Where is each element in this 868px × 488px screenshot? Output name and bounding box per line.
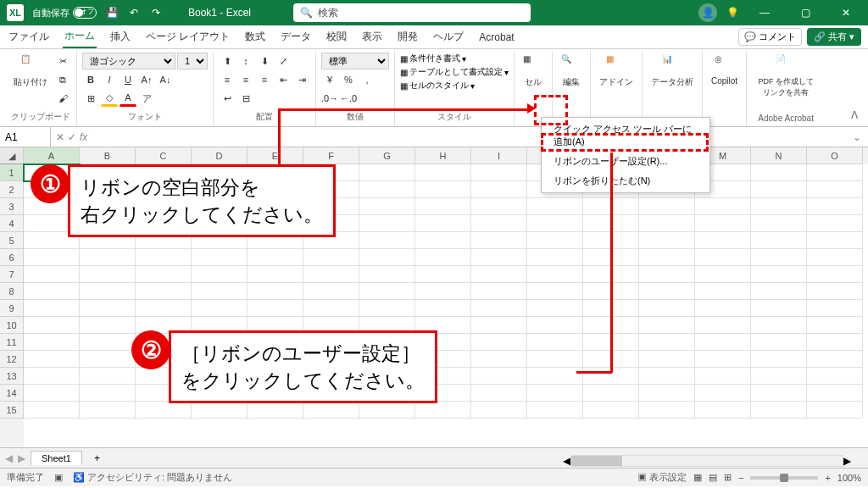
tab-view[interactable]: 表示 — [360, 26, 384, 47]
font-color-icon[interactable]: A — [120, 90, 136, 107]
cell[interactable] — [807, 232, 863, 249]
macro-record-icon[interactable]: ▣ — [54, 472, 63, 483]
cell[interactable] — [807, 351, 863, 368]
cell[interactable] — [695, 334, 751, 351]
row-header[interactable]: 10 — [0, 317, 24, 334]
cell[interactable] — [695, 198, 751, 215]
cell[interactable] — [695, 402, 751, 419]
cell[interactable] — [136, 300, 192, 317]
lightbulb-icon[interactable]: 💡 — [726, 6, 739, 19]
cell[interactable] — [639, 300, 695, 317]
display-settings-button[interactable]: ▣ 表示設定 — [637, 471, 687, 484]
cell[interactable] — [415, 266, 471, 283]
cell[interactable] — [751, 300, 807, 317]
cell[interactable] — [527, 368, 583, 385]
cell[interactable] — [695, 385, 751, 402]
cell[interactable] — [248, 300, 303, 317]
cell[interactable] — [527, 266, 583, 283]
cell[interactable] — [471, 215, 527, 232]
cell[interactable] — [359, 283, 415, 300]
tab-developer[interactable]: 開発 — [396, 26, 420, 47]
row-header[interactable]: 7 — [0, 266, 24, 283]
cell[interactable] — [136, 249, 192, 266]
horizontal-scrollbar[interactable]: ◀ ▶ — [563, 454, 851, 468]
cell[interactable] — [303, 300, 359, 317]
cell[interactable] — [471, 385, 527, 402]
cell[interactable] — [471, 368, 527, 385]
normal-view-icon[interactable]: ▦ — [693, 472, 702, 483]
wrap-text-icon[interactable]: ↩ — [219, 90, 236, 107]
font-increase-icon[interactable]: A↑ — [138, 71, 155, 88]
cell[interactable] — [695, 215, 751, 232]
cell[interactable] — [471, 351, 527, 368]
cell[interactable] — [24, 249, 80, 266]
cell[interactable] — [583, 402, 639, 419]
cell[interactable] — [751, 334, 807, 351]
cell[interactable] — [303, 249, 359, 266]
cell[interactable] — [24, 283, 80, 300]
cell[interactable] — [80, 283, 136, 300]
cell[interactable] — [527, 402, 583, 419]
cell[interactable] — [639, 232, 695, 249]
cell[interactable] — [471, 164, 527, 181]
cell[interactable] — [136, 266, 192, 283]
cell[interactable] — [751, 385, 807, 402]
cell[interactable] — [807, 249, 863, 266]
cell[interactable] — [24, 266, 80, 283]
tab-review[interactable]: 校閲 — [325, 26, 348, 47]
cell[interactable] — [24, 300, 80, 317]
cell[interactable] — [527, 283, 583, 300]
close-button[interactable]: ✕ — [831, 0, 861, 25]
comma-icon[interactable]: , — [359, 71, 376, 88]
cell[interactable] — [751, 181, 807, 198]
redo-icon[interactable]: ↷ — [149, 6, 163, 19]
cell[interactable] — [248, 283, 303, 300]
cell[interactable] — [807, 164, 863, 181]
cell[interactable] — [192, 300, 248, 317]
autosave-toggle[interactable]: 自動保存 — [32, 7, 97, 19]
cell[interactable] — [639, 266, 695, 283]
row-header[interactable]: 9 — [0, 300, 24, 317]
borders-icon[interactable]: ⊞ — [82, 90, 99, 107]
scroll-thumb[interactable] — [571, 456, 622, 466]
cell[interactable] — [527, 317, 583, 334]
cell[interactable] — [24, 368, 80, 385]
underline-button[interactable]: U — [120, 71, 136, 88]
search-input[interactable]: 🔍 検索 — [293, 3, 531, 22]
scroll-left-icon[interactable]: ◀ — [563, 455, 570, 467]
align-bottom-icon[interactable]: ⬇ — [256, 53, 273, 69]
cell[interactable] — [527, 385, 583, 402]
cell[interactable] — [639, 317, 695, 334]
percent-icon[interactable]: % — [340, 71, 357, 88]
col-header[interactable]: E — [248, 147, 303, 164]
cell[interactable] — [527, 215, 583, 232]
cell[interactable] — [415, 198, 471, 215]
cell[interactable] — [751, 215, 807, 232]
row-header[interactable]: 2 — [0, 181, 24, 198]
cell[interactable] — [80, 334, 136, 351]
cell[interactable] — [24, 385, 80, 402]
accessibility-status[interactable]: ♿ アクセシビリティ: 問題ありません — [73, 471, 232, 484]
cell[interactable] — [471, 198, 527, 215]
cell[interactable] — [751, 164, 807, 181]
cell[interactable] — [639, 385, 695, 402]
copilot-button[interactable]: ◎Copilot — [708, 53, 741, 87]
analysis-button[interactable]: 📊データ分析 — [648, 53, 697, 90]
row-header[interactable]: 8 — [0, 283, 24, 300]
save-icon[interactable]: 💾 — [105, 6, 119, 19]
scroll-right-icon[interactable]: ▶ — [843, 455, 851, 467]
cut-icon[interactable]: ✂ — [54, 53, 71, 69]
cell[interactable] — [192, 283, 248, 300]
cell[interactable] — [471, 266, 527, 283]
cell[interactable] — [751, 198, 807, 215]
cells-button[interactable]: ▦セル — [520, 53, 547, 90]
cell[interactable] — [359, 164, 415, 181]
cell[interactable] — [415, 215, 471, 232]
col-header[interactable]: A — [24, 147, 80, 164]
row-header[interactable]: 4 — [0, 215, 24, 232]
format-as-table-button[interactable]: ▦ テーブルとして書式設定 ▾ — [400, 66, 509, 78]
cell[interactable] — [695, 232, 751, 249]
cell[interactable] — [24, 317, 80, 334]
addins-button[interactable]: ▦アドイン — [596, 53, 637, 90]
col-header[interactable]: O — [807, 147, 863, 164]
